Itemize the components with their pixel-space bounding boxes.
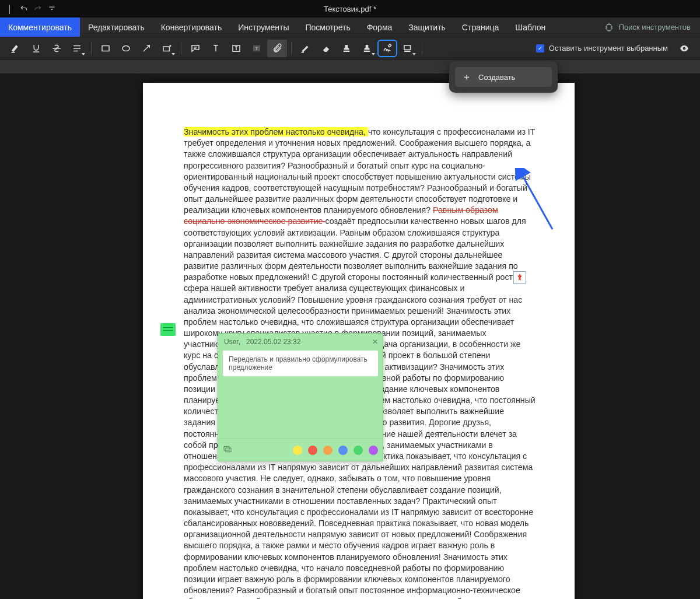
color-swatch-purple[interactable] xyxy=(369,446,378,455)
area-tool-icon[interactable] xyxy=(398,40,418,57)
svg-line-9 xyxy=(144,45,150,51)
color-swatch-orange[interactable] xyxy=(323,446,332,455)
svg-rect-19 xyxy=(364,50,370,51)
comment-author: User, xyxy=(224,338,240,346)
textbox-tool-icon[interactable] xyxy=(226,40,246,57)
tab-form[interactable]: Форма xyxy=(359,17,401,37)
sticky-note-icon[interactable] xyxy=(160,323,176,336)
comment-text[interactable]: Переделать и правильно сформулировать пр… xyxy=(223,351,378,376)
titlebar: │ Текстовик.pdf * xyxy=(0,0,700,17)
tab-comment[interactable]: Комментировать xyxy=(0,17,80,37)
typewriter-tool-icon[interactable] xyxy=(206,40,226,57)
create-button-label: Создавать xyxy=(478,73,515,82)
svg-rect-10 xyxy=(163,47,170,51)
comment-popup[interactable]: User, 2022.05.02 23:32 ✕ Переделать и пр… xyxy=(218,333,383,461)
comment-footer xyxy=(218,439,383,461)
comment-timestamp: 2022.05.02 23:32 xyxy=(246,338,300,346)
tab-edit[interactable]: Редактировать xyxy=(80,17,153,37)
document-title: Текстовик.pdf * xyxy=(0,5,700,13)
color-swatch-blue[interactable] xyxy=(338,446,348,455)
document-canvas[interactable]: Значимость этих проблем настолько очевид… xyxy=(0,73,700,599)
color-swatch-yellow[interactable] xyxy=(293,446,302,455)
svg-rect-7 xyxy=(102,45,109,51)
callout-tool-icon[interactable]: T xyxy=(247,40,267,57)
color-swatch-green[interactable] xyxy=(354,446,363,455)
pencil-tool-icon[interactable] xyxy=(296,40,316,57)
highlighted-text[interactable]: Значимость этих проблем настолько очевид… xyxy=(184,127,368,136)
sub-toolbar xyxy=(0,59,700,73)
tab-protect[interactable]: Защитить xyxy=(400,17,454,37)
svg-rect-18 xyxy=(344,50,350,51)
paragraph-tool-icon[interactable] xyxy=(67,40,87,57)
create-button[interactable]: ＋ Создавать xyxy=(455,67,552,87)
svg-rect-1 xyxy=(12,52,15,53)
comment-toolbar: T ✓ Оставить инструмент выбранным xyxy=(0,37,700,59)
qat-divider-icon[interactable]: │ xyxy=(6,5,14,13)
tab-tools[interactable]: Инструменты xyxy=(230,17,297,37)
stamp-tool-icon[interactable] xyxy=(337,40,356,57)
ellipse-tool-icon[interactable] xyxy=(116,40,136,57)
undo-icon[interactable] xyxy=(20,5,28,13)
svg-point-22 xyxy=(683,47,686,50)
hide-comments-icon[interactable] xyxy=(674,40,694,57)
arrow-tool-icon[interactable] xyxy=(136,40,156,57)
create-signature-popover: ＋ Создавать xyxy=(449,61,558,93)
tab-view[interactable]: Посмотреть xyxy=(298,17,359,37)
close-icon[interactable]: ✕ xyxy=(372,338,378,346)
checkbox-icon[interactable]: ✓ xyxy=(536,44,544,52)
strikeout-tool-icon[interactable] xyxy=(47,40,66,57)
svg-rect-20 xyxy=(404,45,411,50)
svg-rect-0 xyxy=(49,7,54,8)
signature-tool-icon[interactable] xyxy=(377,40,397,57)
reply-icon[interactable] xyxy=(223,444,232,456)
tool-search-label: Поиск инструментов xyxy=(619,23,691,31)
svg-rect-21 xyxy=(404,50,411,51)
rectangle-tool-icon[interactable] xyxy=(96,40,116,57)
measure-tool-icon[interactable] xyxy=(157,40,177,57)
eraser-tool-icon[interactable] xyxy=(316,40,336,57)
qat-dropdown-icon[interactable] xyxy=(48,5,56,13)
stamp-dropdown-icon[interactable] xyxy=(357,40,377,57)
tab-template[interactable]: Шаблон xyxy=(507,17,554,37)
svg-rect-17 xyxy=(302,52,304,53)
plus-icon: ＋ xyxy=(462,71,471,83)
tab-page[interactable]: Страница xyxy=(454,17,507,37)
attachment-pin-icon[interactable] xyxy=(513,271,526,284)
keep-tool-selected[interactable]: ✓ Оставить инструмент выбранным xyxy=(536,44,668,52)
svg-text:T: T xyxy=(256,46,258,51)
underline-tool-icon[interactable] xyxy=(26,40,46,57)
keep-tool-selected-label: Оставить инструмент выбранным xyxy=(549,44,668,52)
tab-convert[interactable]: Конвертировать xyxy=(153,17,230,37)
attach-tool-icon[interactable] xyxy=(267,40,287,57)
svg-point-8 xyxy=(123,45,130,51)
svg-point-11 xyxy=(170,45,171,46)
note-tool-icon[interactable] xyxy=(186,40,205,57)
color-swatch-red[interactable] xyxy=(308,446,317,455)
highlight-tool-icon[interactable] xyxy=(6,40,26,57)
tool-search[interactable]: Поиск инструментов xyxy=(604,17,700,37)
ribbon-tabs: Комментировать Редактировать Конвертиров… xyxy=(0,17,700,37)
redo-icon[interactable] xyxy=(34,5,42,13)
